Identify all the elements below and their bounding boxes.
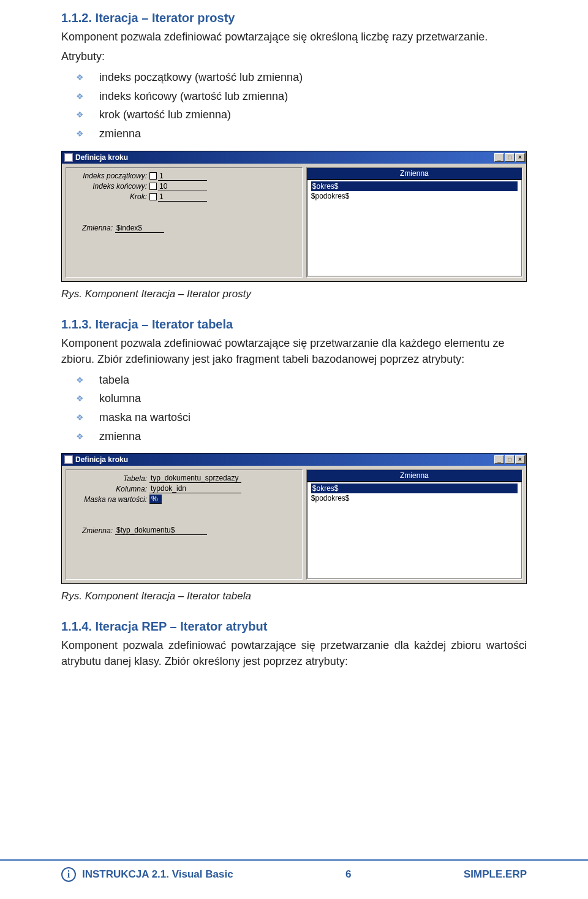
variable-list-header: Zmienna (307, 168, 522, 180)
bullet-item: kolumna (67, 389, 527, 408)
right-panel: Zmienna $okres$ $podokres$ (306, 469, 522, 580)
window-title-wrap: Definicja kroku (64, 455, 128, 464)
caption-113: Rys. Komponent Iteracja – Iterator tabel… (61, 590, 527, 602)
bullet-item: indeks końcowy (wartość lub zmienna) (67, 87, 527, 106)
label-kolumna: Kolumna: (71, 485, 149, 493)
label-zmienna: Zmienna: (71, 224, 115, 232)
window-icon (64, 153, 73, 162)
bullet-item: zmienna (67, 124, 527, 143)
para-114: Komponent pozwala zdefiniować powtarzają… (61, 637, 527, 669)
label-index-end: Indeks końcowy: (71, 182, 149, 191)
label-tabela: Tabela: (71, 474, 149, 483)
bullet-item: indeks początkowy (wartość lub zmienna) (67, 68, 527, 87)
variable-list[interactable]: $okres$ $podokres$ (307, 180, 522, 276)
checkbox-start[interactable] (149, 172, 157, 180)
label-step: Krok: (71, 192, 149, 201)
bullet-item: tabela (67, 371, 527, 390)
window-title-wrap: Definicja kroku (64, 153, 128, 162)
checkbox-step[interactable] (149, 193, 157, 200)
variable-item-selected[interactable]: $okres$ (311, 181, 518, 191)
intro-112-1: Komponent pozwala zdefiniować powtarzają… (61, 29, 527, 45)
close-button[interactable]: × (515, 153, 525, 162)
value-zmienna[interactable]: $index$ (115, 224, 164, 233)
maximize-button[interactable]: □ (505, 455, 514, 464)
checkbox-end[interactable] (149, 183, 157, 190)
label-zmienna: Zmienna: (71, 526, 115, 535)
minimize-button[interactable]: _ (494, 153, 504, 162)
bullet-item: maska na wartości (67, 408, 527, 427)
page-number: 6 (345, 868, 351, 881)
heading-113: 1.1.3. Iteracja – Iterator tabela (61, 317, 527, 332)
window-buttons: _ □ × (494, 153, 525, 162)
window-buttons: _ □ × (494, 455, 525, 464)
variable-list[interactable]: $okres$ $podokres$ (307, 482, 522, 578)
footer-brand: SIMPLE.ERP (464, 868, 527, 881)
para-113: Komponent pozwala zdefiniować powtarzają… (61, 335, 527, 367)
bullet-item: krok (wartość lub zmienna) (67, 105, 527, 124)
heading-114: 1.1.4. Iteracja REP – Iterator atrybut (61, 620, 527, 634)
right-panel: Zmienna $okres$ $podokres$ (306, 167, 522, 278)
maximize-button[interactable]: □ (505, 153, 514, 162)
screenshot-iterator-prosty: Definicja kroku _ □ × Indeks początkowy:… (61, 151, 527, 282)
left-panel: Tabela: typ_dokumentu_sprzedazy Kolumna:… (66, 469, 303, 580)
bullets-112: indeks początkowy (wartość lub zmienna) … (61, 68, 527, 143)
label-maska: Maska na wartości: (71, 495, 149, 504)
variable-list-header: Zmienna (307, 470, 522, 482)
label-index-start: Indeks początkowy: (71, 172, 149, 180)
intro-112-2: Atrybuty: (61, 48, 527, 64)
footer-title: INSTRUKCJA 2.1. Visual Basic (82, 868, 233, 881)
value-tabela[interactable]: typ_dokumentu_sprzedazy (149, 474, 241, 483)
window-icon (64, 455, 73, 464)
page-footer: i INSTRUKCJA 2.1. Visual Basic 6 SIMPLE.… (0, 859, 588, 882)
value-index-start[interactable]: 1 (158, 172, 207, 181)
variable-item[interactable]: $podokres$ (311, 494, 350, 503)
value-kolumna[interactable]: typdok_idn (149, 484, 241, 493)
value-zmienna[interactable]: $typ_dokumentu$ (115, 526, 207, 535)
value-step[interactable]: 1 (158, 192, 207, 202)
footer-left: i INSTRUKCJA 2.1. Visual Basic (61, 867, 233, 882)
close-button[interactable]: × (515, 455, 525, 464)
value-maska[interactable]: % (149, 495, 162, 504)
left-panel: Indeks początkowy: 1 Indeks końcowy: 10 … (66, 167, 303, 278)
heading-112: 1.1.2. Iteracja – Iterator prosty (61, 11, 527, 25)
bullets-113: tabela kolumna maska na wartości zmienna (61, 371, 527, 446)
window-title: Definicja kroku (75, 455, 128, 464)
window-titlebar: Definicja kroku _ □ × (62, 453, 526, 466)
window-title: Definicja kroku (75, 153, 128, 162)
variable-item[interactable]: $podokres$ (311, 192, 350, 200)
screenshot-iterator-tabela: Definicja kroku _ □ × Tabela: typ_dokume… (61, 453, 527, 584)
value-index-end[interactable]: 10 (158, 182, 207, 191)
window-titlebar: Definicja kroku _ □ × (62, 151, 526, 164)
caption-112: Rys. Komponent Iteracja – Iterator prost… (61, 288, 527, 300)
info-icon: i (61, 867, 76, 882)
variable-item-selected[interactable]: $okres$ (311, 484, 518, 493)
bullet-item: zmienna (67, 427, 527, 446)
minimize-button[interactable]: _ (494, 455, 504, 464)
